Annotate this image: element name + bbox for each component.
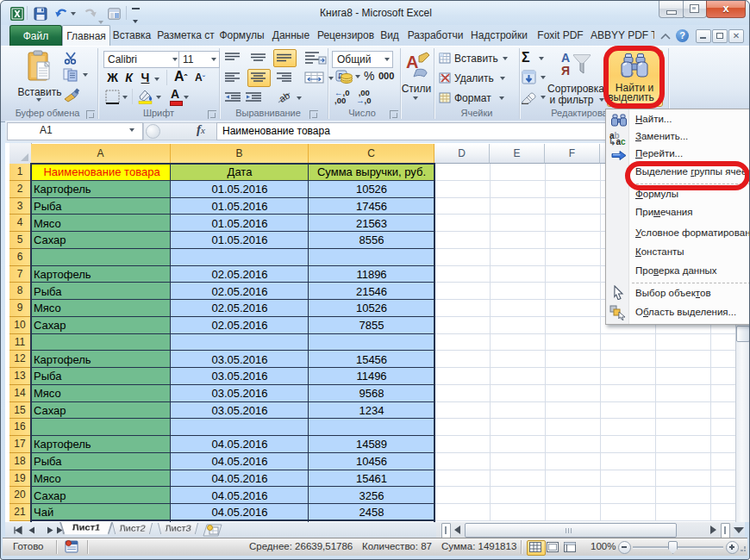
svg-text:Я: Я: [561, 64, 570, 78]
svg-text:А: А: [561, 51, 570, 65]
svg-text:А: А: [406, 53, 418, 72]
